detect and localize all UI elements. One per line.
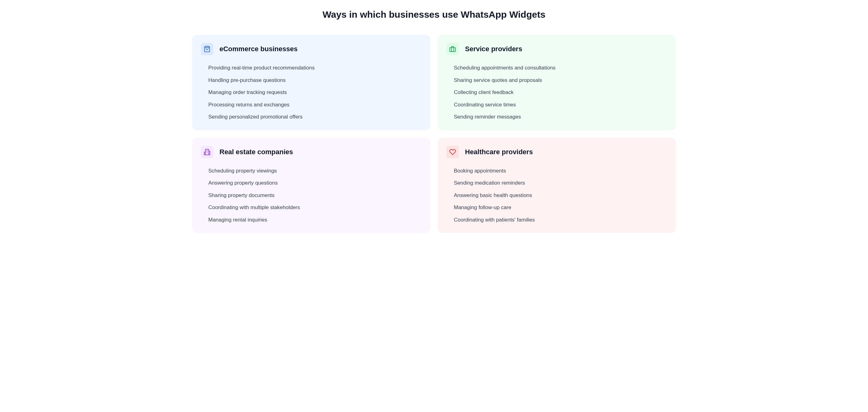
- card-title: eCommerce businesses: [219, 45, 298, 53]
- list-item: Sending reminder messages: [454, 113, 667, 121]
- card-title: Healthcare providers: [465, 148, 533, 156]
- card-title: Real estate companies: [219, 148, 293, 156]
- list-item: Scheduling property viewings: [208, 167, 422, 175]
- card-header: Service providers: [446, 43, 667, 55]
- card-ecommerce: eCommerce businesses Providing real-time…: [192, 35, 430, 130]
- list-item: Sharing service quotes and proposals: [454, 76, 667, 84]
- list-item: Sharing property documents: [208, 192, 422, 200]
- list-item: Coordinating service times: [454, 101, 667, 109]
- card-service: Service providers Scheduling appointment…: [438, 35, 676, 130]
- list-item: Processing returns and exchanges: [208, 101, 422, 109]
- card-realestate: Real estate companies Scheduling propert…: [192, 138, 430, 233]
- card-header: eCommerce businesses: [201, 43, 422, 55]
- page-title: Ways in which businesses use WhatsApp Wi…: [9, 9, 859, 20]
- item-list: Booking appointments Sending medication …: [446, 167, 667, 224]
- list-item: Coordinating with multiple stakeholders: [208, 204, 422, 212]
- list-item: Managing follow-up care: [454, 204, 667, 212]
- briefcase-icon: [446, 43, 459, 55]
- list-item: Answering basic health questions: [454, 192, 667, 200]
- list-item: Sending medication reminders: [454, 179, 667, 187]
- card-title: Service providers: [465, 45, 522, 53]
- list-item: Handling pre-purchase questions: [208, 76, 422, 84]
- heart-icon: [446, 146, 459, 158]
- list-item: Scheduling appointments and consultation…: [454, 64, 667, 72]
- list-item: Providing real-time product recommendati…: [208, 64, 422, 72]
- item-list: Providing real-time product recommendati…: [201, 64, 422, 121]
- list-item: Answering property questions: [208, 179, 422, 187]
- list-item: Managing order tracking requests: [208, 88, 422, 96]
- item-list: Scheduling appointments and consultation…: [446, 64, 667, 121]
- building-icon: [201, 146, 213, 158]
- card-header: Real estate companies: [201, 146, 422, 158]
- list-item: Managing rental inquiries: [208, 216, 422, 224]
- list-item: Booking appointments: [454, 167, 667, 175]
- item-list: Scheduling property viewings Answering p…: [201, 167, 422, 224]
- svg-rect-1: [450, 48, 455, 52]
- card-header: Healthcare providers: [446, 146, 667, 158]
- list-item: Coordinating with patients' families: [454, 216, 667, 224]
- list-item: Collecting client feedback: [454, 88, 667, 96]
- cards-grid: eCommerce businesses Providing real-time…: [192, 35, 676, 233]
- list-item: Sending personalized promotional offers: [208, 113, 422, 121]
- shopping-bag-icon: [201, 43, 213, 55]
- card-healthcare: Healthcare providers Booking appointment…: [438, 138, 676, 233]
